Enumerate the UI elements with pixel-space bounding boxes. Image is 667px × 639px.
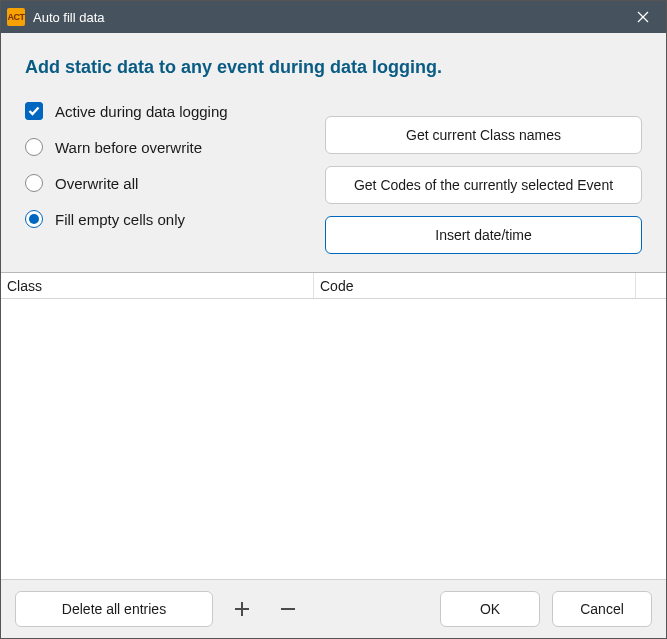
titlebar: ACT Auto fill data <box>1 1 666 33</box>
app-icon: ACT <box>7 8 25 26</box>
table-header: Class Code <box>1 273 666 299</box>
options-row: Active during data logging Warn before o… <box>25 102 642 254</box>
plus-icon <box>233 600 251 618</box>
checkbox-label: Active during data logging <box>55 103 228 120</box>
get-class-names-button[interactable]: Get current Class names <box>325 116 642 154</box>
minus-icon <box>279 600 297 618</box>
radio-label: Overwrite all <box>55 175 138 192</box>
radio-icon <box>25 138 43 156</box>
radio-label: Fill empty cells only <box>55 211 185 228</box>
delete-all-button[interactable]: Delete all entries <box>15 591 213 627</box>
column-header-spacer <box>636 273 666 298</box>
radio-warn-overwrite[interactable]: Warn before overwrite <box>25 138 305 156</box>
radio-icon <box>25 210 43 228</box>
checkbox-active-logging[interactable]: Active during data logging <box>25 102 305 120</box>
radio-icon <box>25 174 43 192</box>
window-title: Auto fill data <box>33 10 620 25</box>
settings-panel: Add static data to any event during data… <box>1 33 666 272</box>
close-icon <box>637 11 649 23</box>
checkmark-icon <box>25 102 43 120</box>
cancel-button[interactable]: Cancel <box>552 591 652 627</box>
action-buttons-column: Get current Class names Get Codes of the… <box>325 102 642 254</box>
remove-row-button[interactable] <box>271 592 305 626</box>
options-column: Active during data logging Warn before o… <box>25 102 305 254</box>
column-header-class[interactable]: Class <box>1 273 314 298</box>
add-row-button[interactable] <box>225 592 259 626</box>
ok-button[interactable]: OK <box>440 591 540 627</box>
auto-fill-dialog: ACT Auto fill data Add static data to an… <box>0 0 667 639</box>
dialog-footer: Delete all entries OK Cancel <box>1 580 666 638</box>
close-button[interactable] <box>620 1 666 33</box>
insert-datetime-button[interactable]: Insert date/time <box>325 216 642 254</box>
radio-overwrite-all[interactable]: Overwrite all <box>25 174 305 192</box>
radio-fill-empty[interactable]: Fill empty cells only <box>25 210 305 228</box>
table-body[interactable] <box>1 299 666 579</box>
data-table: Class Code <box>1 272 666 580</box>
dialog-heading: Add static data to any event during data… <box>25 57 642 78</box>
get-codes-button[interactable]: Get Codes of the currently selected Even… <box>325 166 642 204</box>
column-header-code[interactable]: Code <box>314 273 636 298</box>
radio-label: Warn before overwrite <box>55 139 202 156</box>
